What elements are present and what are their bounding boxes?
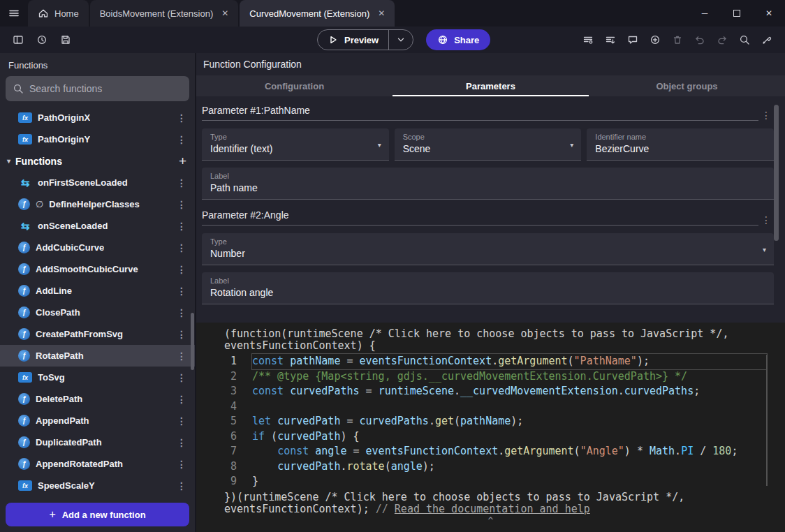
home-icon [38, 8, 49, 19]
sidebar-scrollbar[interactable] [191, 313, 194, 370]
parameter-name-field[interactable]: Angle [264, 209, 289, 221]
function-action-icon: ƒ [18, 328, 30, 340]
tab-boidsmovement-extension[interactable]: BoidsMovement (Extension)✕ [90, 0, 239, 27]
functions-section-header: ▾Functions+ [0, 150, 195, 172]
item-menu-button[interactable]: ⋮ [174, 372, 189, 383]
field-label[interactable]: LabelRotation angle [202, 272, 774, 304]
chevron-down-icon[interactable]: ▾ [570, 140, 573, 148]
history-icon[interactable] [32, 31, 52, 49]
function-name-label: AddLine [36, 286, 72, 296]
code-line-2[interactable]: 2/** @type {Map<string, gdjs.__curvedMov… [196, 369, 785, 385]
javascript-code-editor[interactable]: (function(runtimeScene /* Click here to … [196, 323, 785, 532]
menu-icon[interactable] [0, 0, 28, 27]
documentation-link[interactable]: Read the documentation and help [395, 503, 590, 515]
add-new-function-button[interactable]: + Add a new function [6, 503, 189, 526]
code-line-3[interactable]: 3const curvedPaths = runtimeScene.__curv… [196, 384, 785, 399]
item-menu-button[interactable]: ⋮ [174, 415, 189, 427]
field-label[interactable]: LabelPath name [202, 168, 774, 200]
sidebar-item-rotatepath[interactable]: ƒRotatePath⋮ [0, 345, 195, 367]
code-line-5[interactable]: 5let curvedPath = curvedPaths.get(pathNa… [196, 414, 785, 429]
sidebar-item-addline[interactable]: ƒAddLine⋮ [0, 280, 195, 302]
item-menu-button[interactable]: ⋮ [174, 307, 189, 318]
sidebar-item-createpathfromsvg[interactable]: ƒCreatePathFromSvg⋮ [0, 323, 195, 345]
close-tab-icon[interactable]: ✕ [378, 8, 385, 18]
sidebar-item-deletepath[interactable]: ƒDeletePath⋮ [0, 388, 195, 410]
item-menu-button[interactable]: ⋮ [174, 221, 189, 232]
item-menu-button[interactable]: ⋮ [174, 459, 189, 470]
item-menu-button[interactable]: ⋮ [174, 134, 189, 145]
close-tab-icon[interactable]: ✕ [221, 8, 228, 18]
feedback-icon[interactable] [623, 31, 643, 49]
chevron-down-icon[interactable]: ▾ [378, 140, 381, 148]
share-button[interactable]: Share [426, 29, 490, 50]
config-scrollbar[interactable] [774, 105, 779, 241]
code-line-8[interactable]: 8 curvedPath.rotate(angle); [196, 459, 785, 475]
sidebar-item-duplicatedpath[interactable]: ƒDuplicatedPath⋮ [0, 431, 195, 453]
maximize-button[interactable] [721, 0, 753, 27]
tab-configuration[interactable]: Configuration [196, 75, 392, 96]
item-menu-button[interactable]: ⋮ [174, 112, 189, 124]
tab-object-groups[interactable]: Object groups [589, 75, 785, 96]
item-menu-button[interactable]: ⋮ [174, 242, 189, 253]
sidebar-item-closepath[interactable]: ƒClosePath⋮ [0, 302, 195, 323]
function-name-label: ToSvg [38, 372, 65, 383]
code-line-4[interactable]: 4 [196, 399, 785, 415]
sidebar-item-appendrotatedpath[interactable]: ƒAppendRotatedPath⋮ [0, 453, 195, 475]
theme-icon[interactable] [757, 31, 777, 49]
sidebar-item-onfirstsceneloaded[interactable]: ⇆onFirstSceneLoaded⋮ [0, 172, 195, 193]
search-icon[interactable] [735, 31, 754, 49]
preview-options-chevron[interactable] [388, 30, 413, 50]
item-menu-button[interactable]: ⋮ [174, 199, 189, 210]
code-line-6[interactable]: 6if (curvedPath) { [196, 429, 785, 445]
sidebar-item-speedscaley[interactable]: fxSpeedScaleY⋮ [0, 475, 195, 496]
parameter-name-field[interactable]: PathName [264, 105, 310, 116]
undo-icon[interactable] [690, 31, 710, 49]
code-line-7[interactable]: 7 const angle = eventsFunctionContext.ge… [196, 444, 785, 459]
sidebar-item-tosvg[interactable]: fxToSvg⋮ [0, 367, 195, 388]
line-content: if (curvedPath) { [252, 429, 767, 445]
preview-button[interactable]: Preview [318, 30, 388, 50]
project-manager-icon[interactable] [8, 31, 28, 49]
item-menu-button[interactable]: ⋮ [174, 264, 189, 275]
item-menu-button[interactable]: ⋮ [174, 177, 189, 189]
publish-icon[interactable] [601, 31, 620, 49]
close-button[interactable]: ✕ [753, 0, 785, 27]
editor-expand-handle[interactable]: ^ [196, 515, 785, 526]
save-icon[interactable] [56, 31, 75, 49]
item-menu-button[interactable]: ⋮ [174, 286, 189, 297]
collapse-caret-icon[interactable]: ▾ [7, 157, 10, 165]
sidebar-item-definehelperclasses[interactable]: ƒ∅DefineHelperClasses⋮ [0, 193, 195, 215]
tab-curvedmovement-extension[interactable]: CurvedMovement (Extension)✕ [240, 0, 395, 27]
field-type[interactable]: TypeNumber▾ [202, 233, 774, 265]
item-menu-button[interactable]: ⋮ [174, 437, 189, 448]
item-menu-button[interactable]: ⋮ [174, 329, 189, 340]
editor-scrollbar[interactable] [766, 355, 768, 486]
add-circle-icon[interactable] [645, 31, 665, 49]
item-menu-button[interactable]: ⋮ [174, 394, 189, 405]
sidebar-item-addsmoothcubiccurve[interactable]: ƒAddSmoothCubicCurve⋮ [0, 258, 195, 280]
sidebar-item-pathoriginx[interactable]: fxPathOriginX⋮ [0, 107, 195, 128]
minimize-button[interactable]: ─ [689, 0, 721, 27]
sidebar-item-pathoriginy[interactable]: fxPathOriginY⋮ [0, 128, 195, 150]
item-menu-button[interactable]: ⋮ [174, 480, 189, 492]
field-type[interactable]: TypeIdentifier (text)▾ [202, 128, 389, 161]
search-functions-input[interactable] [29, 83, 182, 94]
parameter-menu-button[interactable]: ⋮ [758, 214, 774, 226]
sidebar-item-appendpath[interactable]: ƒAppendPath⋮ [0, 410, 195, 431]
trash-icon[interactable] [668, 31, 687, 49]
code-lines[interactable]: 1const pathName = eventsFunctionContext.… [196, 354, 785, 489]
tab-home[interactable]: Home [28, 0, 89, 27]
tab-parameters[interactable]: Parameters [392, 75, 589, 96]
code-line-9[interactable]: 9} [196, 474, 785, 489]
sidebar-item-onsceneloaded[interactable]: ⇆onSceneLoaded⋮ [0, 215, 195, 237]
add-function-plus-button[interactable]: + [179, 154, 186, 169]
playlist-icon[interactable] [578, 31, 598, 49]
code-line-1[interactable]: 1const pathName = eventsFunctionContext.… [196, 354, 785, 369]
redo-icon[interactable] [712, 31, 732, 49]
item-menu-button[interactable]: ⋮ [174, 350, 189, 362]
sidebar-item-addcubiccurve[interactable]: ƒAddCubicCurve⋮ [0, 237, 195, 258]
parameter-menu-button[interactable]: ⋮ [758, 110, 774, 121]
field-scope[interactable]: ScopeScene▾ [395, 128, 582, 161]
field-identifier-name[interactable]: Identifier nameBezierCurve [587, 128, 774, 161]
chevron-down-icon[interactable]: ▾ [763, 245, 766, 253]
